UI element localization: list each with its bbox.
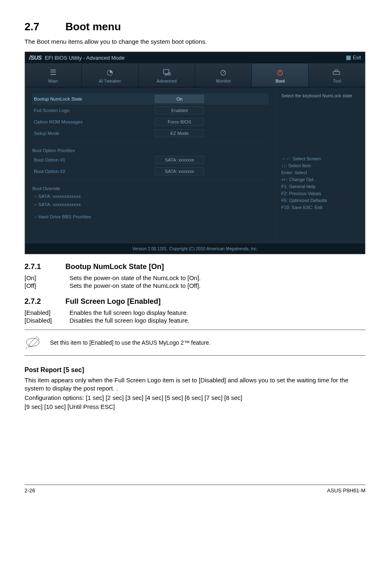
option-row: [Enabled] Enables the full screen logo d… [25,309,365,316]
setting-optionrom[interactable]: Option ROM Messages Force BIOS [32,116,269,128]
post-report-p2: Configuration options: [1 sec] [2 sec] [… [25,394,365,402]
section-title-text: Boot menu [65,20,121,33]
setting-bootopt2[interactable]: Boot Option #2 SATA: xxxxxxx [32,166,269,177]
setting-bootopt1-label: Boot Option #1 [32,157,155,162]
subsection-271-text: Bootup NumLock State [On] [65,263,164,271]
section-number: 2.7 [25,20,65,33]
bios-help-panel: Select the keyboard NumLock state →←: Se… [276,88,365,243]
key-help-line: +/-: Change Opt. [281,176,360,183]
setting-setupmode[interactable]: Setup Mode EZ Mode [32,128,269,139]
bios-footer: Version 2.00.1201. Copyright (C) 2010 Am… [25,243,365,254]
bios-title: EFI BIOS Utility - Advanced Mode [45,55,125,61]
tab-monitor[interactable]: Monitor [195,64,252,87]
tab-tool-label: Tool [309,79,365,83]
svg-rect-7 [333,72,340,74]
tab-monitor-label: Monitor [195,79,251,83]
post-report-p3: [9 sec] [10 sec] [Until Press ESC] [25,403,365,411]
tab-aitweaker[interactable]: ◔ Ai Tweaker [82,64,139,87]
tab-advanced-label: Advanced [139,79,195,83]
setting-bootopt1-value[interactable]: SATA: xxxxxxx [155,156,204,164]
setting-bootopt2-value[interactable]: SATA: xxxxxxx [155,167,204,175]
option-key: [On] [25,274,69,281]
key-help: →←: Select Screen ↑↓: Select Item Enter:… [281,155,360,211]
context-help: Select the keyboard NumLock state [281,93,360,98]
subsection-271-num: 2.7.1 [25,263,65,271]
bios-window: /SUS EFI BIOS Utility - Advanced Mode Ex… [25,52,365,254]
option-key: [Off] [25,282,69,289]
harddrive-bbs[interactable]: >Hard Drive BBS Priorities [32,213,269,221]
asus-logo: /SUS [29,54,42,61]
subsection-272-text: Full Screen Logo [Enabled] [65,297,161,305]
key-help-line: F10: Save ESC: Exit [281,204,360,211]
setting-numlock[interactable]: Bootup NumLock State On [32,93,269,105]
page-number: 2-26 [25,487,35,494]
tab-main-label: Main [25,79,81,83]
setting-fullscreen[interactable]: Full Screen Logo Enabled [32,105,269,116]
svg-line-4 [223,71,225,73]
exit-icon [346,56,351,60]
option-desc: Sets the power-on state of the NumLock t… [69,282,201,289]
option-row: [Disabled] Disables the full screen logo… [25,317,365,324]
list-icon: ☰ [25,68,81,77]
setting-numlock-value[interactable]: On [155,95,204,103]
boot-override-header: Boot Override [32,184,269,192]
key-help-line: ↑↓: Select Item [281,162,360,169]
setting-numlock-label: Bootup NumLock State [32,97,155,101]
override-sata1[interactable]: >SATA: xxxxxxxxxxxx [32,192,269,200]
exit-label: Exit [353,55,361,61]
setting-setupmode-label: Setup Mode [32,131,155,136]
setting-optionrom-value[interactable]: Force BIOS [155,118,204,126]
section-heading: 2.7Boot menu [25,20,365,33]
option-desc: Sets the power-on state of the NumLock t… [69,274,201,281]
pencil-icon [25,334,43,351]
setting-setupmode-value[interactable]: EZ Mode [155,129,204,137]
svg-point-9 [26,338,39,346]
svg-rect-8 [335,70,338,72]
chevron-right-icon: > [34,214,37,219]
tool-icon [309,68,365,77]
tab-boot-label: Boot [252,79,308,83]
exit-button[interactable]: Exit [346,55,361,61]
setting-fullscreen-label: Full Screen Logo [32,108,155,113]
key-help-line: →←: Select Screen [281,155,360,162]
option-key: [Enabled] [25,309,69,316]
option-row: [Off] Sets the power-on state of the Num… [25,282,365,289]
key-help-line: Enter: Select [281,169,360,176]
subsection-272-title: 2.7.2Full Screen Logo [Enabled] [25,297,365,306]
page-footer: 2-26 ASUS P8H61-M [25,485,365,494]
option-desc: Enables the full screen logo display fea… [69,309,188,316]
subsection-271-title: 2.7.1Bootup NumLock State [On] [25,263,365,271]
svg-point-2 [168,73,170,75]
setting-bootopt1[interactable]: Boot Option #1 SATA: xxxxxxx [32,154,269,166]
tab-advanced[interactable]: Advanced [139,64,195,87]
override-sata2[interactable]: >SATA: xxxxxxxxxxxx [32,200,269,209]
section-intro: The Boot menu items allow you to change … [25,38,365,45]
bios-tabs: ☰ Main ◔ Ai Tweaker Advanced Monitor Boo… [25,64,365,88]
boot-priorities-header: Boot Option Priorities [32,146,269,154]
monitor-icon [195,68,251,77]
tab-boot[interactable]: Boot [252,64,309,87]
advanced-icon [139,68,195,77]
option-key: [Disabled] [25,317,69,324]
tweaker-icon: ◔ [82,68,138,77]
option-row: [On] Sets the power-on state of the NumL… [25,274,365,281]
product-name: ASUS P8H61-M [327,487,365,494]
svg-rect-1 [165,74,168,75]
tab-tool[interactable]: Tool [309,64,365,87]
key-help-line: F5: Optimized Defaults [281,197,360,204]
setting-optionrom-label: Option ROM Messages [32,119,155,124]
post-report-title: Post Report [5 sec] [25,366,365,374]
chevron-right-icon: > [34,194,37,199]
key-help-line: F2: Previous Values [281,190,360,197]
tab-main[interactable]: ☰ Main [25,64,82,87]
bios-settings-panel: Bootup NumLock State On Full Screen Logo… [25,88,276,243]
setting-fullscreen-value[interactable]: Enabled [155,106,204,114]
power-icon [252,68,308,77]
subsection-272-num: 2.7.2 [25,297,65,306]
post-report-p1: This item appears only when the Full Scr… [25,376,365,393]
bios-titlebar: /SUS EFI BIOS Utility - Advanced Mode Ex… [25,52,365,64]
note-box: Set this item to [Enabled] to use the AS… [25,330,365,356]
chevron-right-icon: > [34,202,37,207]
setting-bootopt2-label: Boot Option #2 [32,169,155,174]
tab-aitweaker-label: Ai Tweaker [82,79,138,83]
